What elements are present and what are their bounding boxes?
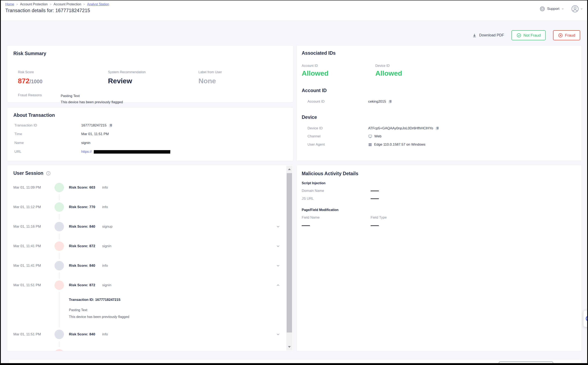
breadcrumb-home[interactable]: Home: [5, 2, 14, 6]
chevron-down-icon[interactable]: [276, 244, 280, 248]
device-id-status: Allowed: [375, 69, 402, 77]
field-name-label: Field Name: [302, 216, 371, 220]
channel-label: Channel: [308, 134, 368, 138]
event-type: signin: [102, 283, 111, 287]
event-status-icon: [55, 281, 64, 290]
session-event-row[interactable]: Mar 01, 11:55 PM Risk Score:872 signin: [7, 344, 293, 351]
fraud-reason: This device has been previously flagged: [61, 99, 123, 105]
risk-summary-title: Risk Summary: [13, 51, 287, 56]
name-label: Name: [14, 141, 81, 145]
session-event-row[interactable]: Mar 01, 11:12 PM Risk Score:770 info: [7, 197, 293, 217]
fraud-reasons-label: Fraud Reasons: [18, 93, 61, 105]
transaction-id-value: 1677718247215: [81, 123, 113, 128]
fraud-reasons-values: Pasting Text This device has been previo…: [61, 93, 123, 105]
floating-side-widget[interactable]: [583, 310, 587, 327]
event-risk-score: Risk Score:770: [69, 205, 95, 209]
event-time: Mar 01, 11:12 PM: [13, 205, 55, 209]
chevron-down-icon[interactable]: [276, 263, 280, 268]
url-link[interactable]: https://: [81, 150, 92, 154]
download-pdf-button[interactable]: Download PDF: [472, 33, 504, 38]
session-event-row[interactable]: Mar 01, 11:41 PM Risk Score:872 signin: [7, 236, 293, 256]
device-id-value: ATFcp5+GAQAAy0npJoL0Dr6HfhHClHYo: [368, 126, 439, 131]
event-time: Mar 01, 11:09 PM: [13, 185, 55, 190]
download-icon: [472, 33, 477, 38]
scrollbar-up-arrow[interactable]: [286, 166, 293, 172]
page-field-modification-heading: Page/Field Modification: [302, 208, 576, 212]
main-content: Download PDF Not Fraud Fraud: [1, 21, 587, 363]
copy-icon[interactable]: [388, 99, 392, 104]
event-status-icon: [55, 349, 64, 351]
url-label: URL: [14, 150, 81, 154]
check-circle-icon: [516, 33, 521, 38]
detail-reason: Pasting Text: [69, 308, 293, 312]
device-id-label: Device ID: [308, 126, 368, 130]
field-type-label: Field Type: [371, 216, 440, 220]
event-time: Mar 01, 11:41 PM: [13, 264, 55, 268]
account-id-status: Allowed: [302, 69, 329, 77]
domain-name-value: —: [371, 191, 379, 191]
account-id-row-label: Account ID: [308, 99, 368, 104]
support-label: Support: [547, 7, 560, 11]
risk-score-value: 872/1000: [18, 77, 42, 85]
breadcrumb-analyst-station[interactable]: Analyst Station: [87, 2, 109, 6]
bottom-partial-button[interactable]: [499, 362, 553, 363]
support-menu[interactable]: Support: [539, 6, 564, 12]
not-fraud-button[interactable]: Not Fraud: [511, 30, 546, 40]
event-risk-score: Risk Score:840: [69, 264, 95, 268]
script-injection-heading: Script Injection: [302, 181, 576, 185]
chevron-down-icon: [561, 7, 564, 10]
system-recommendation-value: Review: [108, 77, 146, 85]
associated-ids-card: Associated IDs Account ID Device ID Allo…: [296, 45, 582, 161]
info-icon[interactable]: [46, 171, 51, 176]
about-transaction-title: About Transaction: [13, 112, 287, 118]
chevron-right-icon: >: [50, 2, 52, 6]
scrollbar-down-arrow[interactable]: [286, 344, 293, 350]
event-expanded-details: Transaction ID: 1677718247215 Pasting Te…: [7, 295, 293, 324]
fraud-button[interactable]: Fraud: [553, 30, 580, 40]
scrollbar-thumb[interactable]: [287, 173, 292, 332]
breadcrumb-account-protection-1[interactable]: Account Protection: [20, 2, 48, 6]
session-event-row[interactable]: Mar 01, 11:41 PM Risk Score:840 info: [7, 256, 293, 275]
user-session-title: User Session: [13, 170, 43, 176]
scrollbar[interactable]: [286, 166, 293, 351]
copy-icon[interactable]: [109, 123, 113, 128]
event-risk-score: Risk Score:603: [69, 185, 95, 190]
event-type: info: [102, 185, 108, 190]
time-label: Time: [14, 132, 81, 136]
device-section-title: Device: [302, 114, 317, 120]
bottom-card: [8, 359, 581, 363]
session-event-row[interactable]: Mar 01, 11:16 PM Risk Score:840 signup: [7, 217, 293, 236]
copy-icon[interactable]: [435, 126, 439, 131]
session-timeline: Mar 01, 11:09 PM Risk Score:603 info: [7, 178, 293, 351]
account-id-row-value: ceking2015: [368, 99, 392, 104]
chevron-down-icon[interactable]: [276, 224, 280, 229]
risk-summary-card: Risk Summary Risk Score 872/1000 System …: [7, 45, 293, 102]
session-event-row[interactable]: Mar 01, 11:51 PM Risk Score:840 info: [7, 324, 293, 344]
x-circle-icon: [558, 33, 563, 38]
download-pdf-label: Download PDF: [479, 33, 504, 37]
event-type: signup: [102, 225, 112, 229]
time-value: Mar 01, 11:51 PM: [81, 132, 109, 136]
chevron-down-icon[interactable]: [276, 332, 280, 337]
associated-ids-title: Associated IDs: [302, 50, 576, 56]
page-title: Transaction details for: 1677718247215: [5, 8, 90, 13]
account-id-section-title: Account ID: [302, 88, 327, 93]
breadcrumb-account-protection-2[interactable]: Account Protection: [54, 2, 81, 6]
event-type: signin: [102, 244, 111, 248]
event-status-icon: [55, 183, 64, 192]
chevron-down-icon[interactable]: [276, 283, 280, 288]
app-window: Home > Account Protection > Account Prot…: [0, 0, 588, 365]
actions-row: Download PDF Not Fraud Fraud: [472, 30, 580, 40]
session-event-row[interactable]: Mar 01, 11:51 PM Risk Score:872 signin: [7, 275, 293, 295]
event-time: Mar 01, 11:16 PM: [13, 225, 55, 229]
risk-score-label: Risk Score: [18, 70, 42, 74]
field-name-value: —: [302, 225, 310, 226]
user-menu[interactable]: [571, 5, 583, 13]
session-event-row[interactable]: Mar 01, 11:09 PM Risk Score:603 info: [7, 178, 293, 197]
blue-ring-icon: [586, 316, 587, 321]
windows-icon: [368, 143, 372, 147]
field-type-value: —: [371, 225, 379, 226]
detail-transaction-id: Transaction ID: 1677718247215: [69, 298, 293, 302]
event-status-icon: [55, 330, 64, 339]
not-fraud-label: Not Fraud: [523, 33, 541, 38]
